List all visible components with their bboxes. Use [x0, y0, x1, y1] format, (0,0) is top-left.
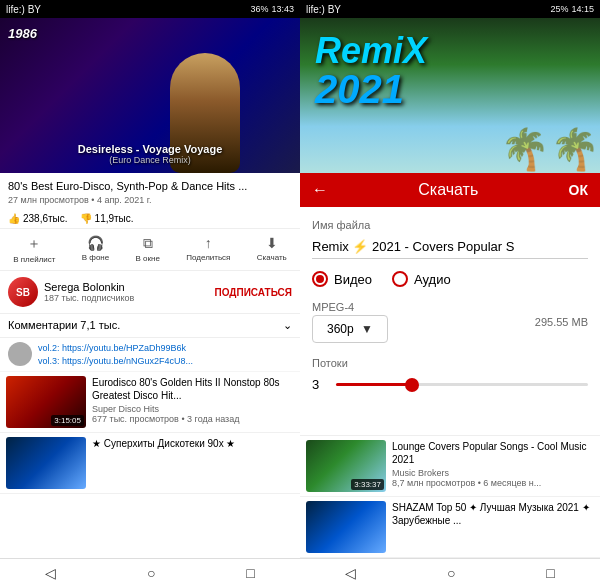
filename-label: Имя файла [312, 219, 588, 231]
comments-count: Комментарии 7,1 тыс. [8, 319, 120, 332]
dislike-count: 11,9тыс. [95, 213, 134, 224]
video-radio[interactable]: Видео [312, 271, 372, 287]
related-item-2[interactable]: ★ Суперхиты Дискотеки 90х ★ [0, 433, 300, 494]
play-in-background-button[interactable]: 🎧 В фоне [82, 235, 109, 264]
status-bar-left: life:) BY 36% 13:43 [0, 0, 300, 18]
comment-item-1: vol.2: https://youtu.be/HPZaDh99B6k vol.… [0, 338, 300, 372]
audio-radio[interactable]: Аудио [392, 271, 451, 287]
video-label: Видео [334, 272, 372, 287]
quality-selector[interactable]: 360p ▼ [312, 315, 388, 343]
audio-label: Аудио [414, 272, 451, 287]
right-related-title-1: Lounge Covers Popular Songs - Cool Music… [392, 440, 594, 466]
time-left: 13:43 [271, 4, 294, 14]
share-label: Поделиться [186, 253, 230, 262]
quality-dropdown-icon[interactable]: ▼ [361, 322, 373, 336]
playlist-title[interactable]: 80's Best Euro-Disco, Synth-Pop & Dance … [8, 179, 292, 193]
thumbs-up-icon: 👍 [8, 213, 20, 224]
right-related-info-1: Lounge Covers Popular Songs - Cool Music… [392, 440, 594, 488]
thumbs-down-icon: 👎 [80, 213, 92, 224]
share-icon: ↑ [205, 235, 212, 251]
phone-label: В фоне [82, 253, 109, 262]
comment-line-2[interactable]: vol.3: https://youtu.be/nNGux2F4cU8... [38, 356, 193, 366]
chevron-down-icon: ⌄ [283, 319, 292, 332]
related-list-left: 3:15:05 Eurodisco 80's Golden Hits II No… [0, 372, 300, 558]
dialog-title: Скачать [336, 181, 561, 199]
view-count: 27 млн просмотров [8, 195, 89, 205]
right-related-channel-1: Music Brokers [392, 468, 594, 478]
back-nav-left[interactable]: ◁ [45, 565, 56, 581]
duration-1: 3:15:05 [51, 415, 84, 426]
action-bar: ＋ В плейлист 🎧 В фоне ⧉ В окне ↑ Поделит… [0, 229, 300, 271]
download-label: Скачать [257, 253, 287, 262]
slider-fill [336, 383, 412, 386]
playlist-icon: ＋ [27, 235, 41, 253]
window-icon: ⧉ [143, 235, 153, 252]
dislike-button[interactable]: 👎 11,9тыс. [80, 213, 134, 224]
related-title-2: ★ Суперхиты Дискотеки 90х ★ [92, 437, 294, 450]
palm-trees-icon: 🌴🌴 [500, 126, 600, 173]
right-related-item-2[interactable]: SHAZAM Top 50 ✦ Лучшая Музыка 2021 ✦ Зар… [300, 497, 600, 558]
playlist-label: В плейлист [13, 255, 55, 264]
channel-subscribers: 187 тыс. подписчиков [44, 293, 209, 303]
slider-thumb[interactable] [405, 378, 419, 392]
dialog-body: Имя файла Видео Аудио MPEG-4 360p [300, 207, 600, 435]
file-size: 295.55 MB [535, 316, 588, 328]
upload-date: 4 апр. 2021 г. [97, 195, 152, 205]
window-label: В окне [136, 254, 160, 263]
home-nav-right[interactable]: ○ [447, 565, 455, 581]
status-bar-right: life:) BY 25% 14:15 [300, 0, 600, 18]
like-button[interactable]: 👍 238,6тыс. [8, 213, 68, 224]
format-info: MPEG-4 360p ▼ [312, 301, 388, 343]
status-icons-right: 25% 14:15 [550, 4, 594, 14]
dialog-ok-button[interactable]: ОК [569, 182, 588, 198]
streams-slider[interactable] [336, 383, 588, 386]
channel-name[interactable]: Serega Bolonkin [44, 281, 209, 293]
media-type-radio-group: Видео Аудио [312, 271, 588, 287]
channel-info: Serega Bolonkin 187 тыс. подписчиков [38, 281, 215, 303]
download-button[interactable]: ⬇ Скачать [257, 235, 287, 264]
channel-row: SB Serega Bolonkin 187 тыс. подписчиков … [0, 271, 300, 314]
related-info-2: ★ Суперхиты Дискотеки 90х ★ [92, 437, 294, 450]
recents-nav-right[interactable]: □ [546, 565, 554, 581]
share-button[interactable]: ↑ Поделиться [186, 235, 230, 264]
related-channel-1: Super Disco Hits [92, 404, 294, 414]
channel-avatar: SB [8, 277, 38, 307]
year-badge: 1986 [8, 26, 37, 41]
related-thumb-1: 3:15:05 [6, 376, 86, 428]
video-title-overlay: Desireless - Voyage Voyage (Euro Dance R… [8, 143, 292, 165]
video-thumbnail-right[interactable]: RemiX 2021 🌴🌴 [300, 18, 600, 173]
comment-avatar-1 [8, 342, 32, 366]
related-info-1: Eurodisco 80's Golden Hits II Nonstop 80… [92, 376, 294, 424]
right-panel: life:) BY 25% 14:15 RemiX 2021 🌴🌴 ← Скач… [300, 0, 600, 586]
comment-text-1[interactable]: vol.2: https://youtu.be/HPZaDh99B6k vol.… [38, 342, 193, 367]
video-thumbnail-left[interactable]: 1986 Desireless - Voyage Voyage (Euro Da… [0, 18, 300, 173]
dialog-back-button[interactable]: ← [312, 181, 328, 199]
related-views-1: 677 тыс. просмотров • 3 года назад [92, 414, 294, 424]
streams-count: 3 [312, 377, 328, 392]
remix-year: 2021 [315, 69, 427, 109]
streams-label: Потоки [312, 357, 588, 369]
video-radio-button[interactable] [312, 271, 328, 287]
add-to-playlist-button[interactable]: ＋ В плейлист [13, 235, 55, 264]
format-label: MPEG-4 [312, 301, 388, 313]
back-nav-right[interactable]: ◁ [345, 565, 356, 581]
audio-radio-button[interactable] [392, 271, 408, 287]
like-count: 238,6тыс. [23, 213, 68, 224]
views-date: 27 млн просмотров • 4 апр. 2021 г. [8, 195, 292, 205]
bottom-nav-right: ◁ ○ □ [300, 558, 600, 586]
home-nav-left[interactable]: ○ [147, 565, 155, 581]
right-related-title-2: SHAZAM Top 50 ✦ Лучшая Музыка 2021 ✦ Зар… [392, 501, 594, 527]
video-sub-title: (Euro Dance Remix) [8, 155, 292, 165]
subscribe-button[interactable]: ПОДПИСАТЬСЯ [215, 287, 293, 298]
right-related-info-2: SHAZAM Top 50 ✦ Лучшая Музыка 2021 ✦ Зар… [392, 501, 594, 527]
like-bar: 👍 238,6тыс. 👎 11,9тыс. [0, 209, 300, 229]
right-related-item-1[interactable]: 3:33:37 Lounge Covers Popular Songs - Co… [300, 436, 600, 497]
bottom-nav-left: ◁ ○ □ [0, 558, 300, 586]
comment-line-1[interactable]: vol.2: https://youtu.be/HPZaDh99B6k [38, 343, 186, 353]
related-item-1[interactable]: 3:15:05 Eurodisco 80's Golden Hits II No… [0, 372, 300, 433]
recents-nav-left[interactable]: □ [246, 565, 254, 581]
download-dialog: ← Скачать ОК Имя файла Видео Аудио [300, 173, 600, 558]
remix-text-container: RemiX 2021 [315, 33, 427, 109]
play-in-window-button[interactable]: ⧉ В окне [136, 235, 160, 264]
filename-input[interactable] [312, 235, 588, 259]
